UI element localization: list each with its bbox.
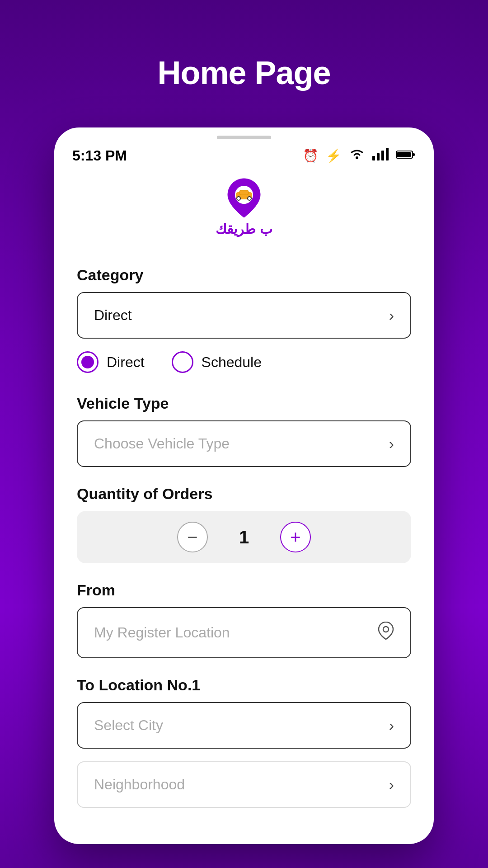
signal-icon [372,148,389,164]
svg-rect-2 [377,153,380,160]
radio-schedule[interactable]: Schedule [172,351,262,373]
category-chevron: › [389,307,394,324]
radio-direct-circle [77,351,99,373]
increment-button[interactable]: + [280,522,311,552]
app-logo-area: ب طريقك [54,169,434,248]
neighborhood-field[interactable]: Neighborhood › [77,761,411,808]
svg-rect-4 [386,148,389,160]
vehicle-type-dropdown[interactable]: Choose Vehicle Type › [77,420,411,467]
quantity-section: Quantity of Orders − 1 + [77,485,411,563]
radio-group: Direct Schedule [77,351,411,373]
svg-point-15 [383,627,389,632]
quantity-value: 1 [235,527,253,547]
page-title: Home Page [157,54,330,91]
radio-direct-label: Direct [107,354,145,371]
svg-rect-3 [381,151,384,160]
svg-point-0 [356,156,358,159]
svg-rect-7 [397,152,411,157]
svg-rect-1 [372,156,375,160]
wifi-icon [349,148,365,164]
radio-direct[interactable]: Direct [77,351,145,373]
svg-rect-6 [413,153,415,156]
battery-icon [396,149,416,163]
category-label: Category [77,266,411,284]
status-icons: ⏰ ⚡ [303,148,416,164]
phone-notch [217,136,271,139]
decrement-icon: − [187,527,197,547]
city-chevron: › [389,717,394,734]
city-placeholder: Select City [94,717,163,734]
svg-point-13 [248,197,251,200]
content-area: Category Direct › Direct Schedule [54,248,434,844]
vehicle-type-placeholder: Choose Vehicle Type [94,435,230,452]
radio-schedule-label: Schedule [202,354,262,371]
vehicle-type-section: Vehicle Type Choose Vehicle Type › [77,395,411,467]
from-placeholder: My Register Location [94,624,230,641]
to-location-section: To Location No.1 Select City › Neighborh… [77,676,411,808]
vehicle-type-chevron: › [389,435,394,453]
app-logo-pin [226,178,262,218]
vehicle-type-label: Vehicle Type [77,395,411,412]
svg-rect-14 [239,190,249,195]
to-location-label: To Location No.1 [77,676,411,694]
category-section: Category Direct › Direct Schedule [77,266,411,373]
category-dropdown[interactable]: Direct › [77,292,411,339]
increment-icon: + [290,527,300,547]
decrement-button[interactable]: − [177,522,208,552]
location-pin-icon [378,622,394,644]
from-location-field[interactable]: My Register Location [77,607,411,658]
radio-schedule-circle [172,351,193,373]
page-title-container: Home Page [157,0,330,127]
neighborhood-placeholder: Neighborhood [94,776,185,793]
alarm-icon: ⏰ [303,148,319,163]
quantity-bar: − 1 + [77,511,411,563]
from-label: From [77,581,411,599]
neighborhood-chevron: › [389,776,394,793]
app-logo-text: ب طريقك [216,221,272,237]
from-section: From My Register Location [77,581,411,658]
quantity-label: Quantity of Orders [77,485,411,503]
category-value: Direct [94,307,132,324]
radio-direct-inner [81,356,94,368]
city-dropdown[interactable]: Select City › [77,702,411,749]
svg-point-12 [237,197,240,200]
phone-frame: 5:13 PM ⏰ ⚡ [54,127,434,844]
bluetooth-icon: ⚡ [326,148,342,163]
status-time: 5:13 PM [72,147,127,164]
status-bar: 5:13 PM ⏰ ⚡ [54,139,434,169]
